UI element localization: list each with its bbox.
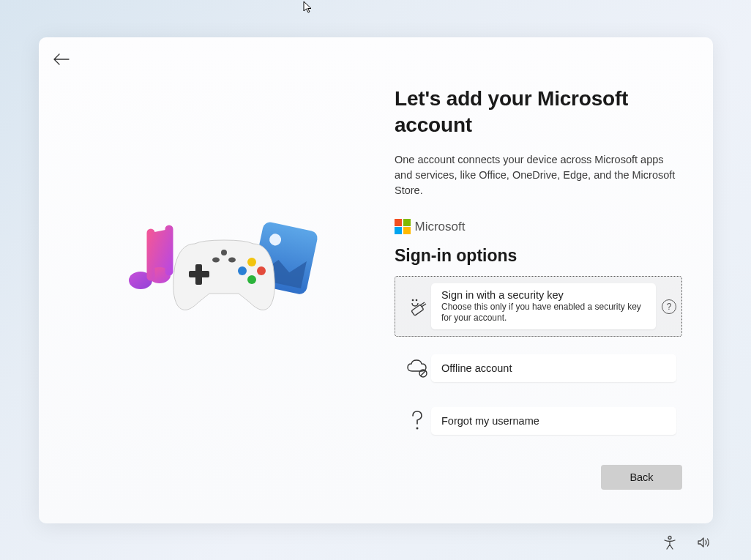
svg-point-7 — [257, 266, 266, 275]
illustration-pane — [39, 37, 395, 523]
option-security-key[interactable]: Sign in with a security key Choose this … — [395, 276, 682, 337]
svg-point-14 — [416, 299, 418, 302]
accessibility-icon[interactable] — [662, 535, 677, 553]
back-arrow-button[interactable] — [53, 53, 70, 68]
option-subtitle: Choose this only if you have enabled a s… — [441, 302, 646, 324]
page-title: Let's add your Microsoft account — [395, 86, 682, 139]
oobe-card: Let's add your Microsoft account One acc… — [39, 37, 713, 523]
content-pane: Let's add your Microsoft account One acc… — [395, 37, 713, 523]
svg-point-11 — [228, 258, 236, 263]
option-forgot-username-content[interactable]: Forgot my username — [431, 407, 676, 435]
back-button[interactable]: Back — [601, 465, 682, 490]
svg-point-10 — [212, 258, 220, 263]
svg-point-9 — [247, 275, 256, 284]
option-title: Offline account — [441, 362, 666, 374]
option-offline-account[interactable]: Offline account — [395, 347, 682, 389]
cloud-offline-icon — [403, 359, 431, 378]
svg-point-21 — [668, 537, 671, 540]
volume-icon[interactable] — [696, 535, 711, 553]
cursor-pointer-icon — [303, 1, 313, 17]
option-title: Sign in with a security key — [441, 289, 646, 301]
option-title: Forgot my username — [441, 415, 666, 427]
system-tray — [662, 535, 711, 553]
svg-point-8 — [238, 266, 247, 275]
security-key-icon — [403, 296, 431, 318]
svg-point-6 — [247, 258, 256, 266]
option-security-key-content[interactable]: Sign in with a security key Choose this … — [431, 283, 656, 329]
microsoft-logo-text: Microsoft — [415, 220, 466, 234]
signin-options-heading: Sign-in options — [395, 246, 682, 266]
svg-rect-5 — [189, 271, 209, 277]
page-subtitle: One account connects your device across … — [395, 152, 682, 198]
option-forgot-username[interactable]: Forgot my username — [395, 400, 682, 442]
footer-buttons: Back — [601, 465, 682, 490]
microsoft-logo: Microsoft — [395, 219, 682, 235]
svg-point-13 — [412, 299, 414, 302]
svg-point-12 — [221, 250, 227, 255]
help-icon[interactable]: ? — [662, 299, 676, 314]
svg-point-20 — [416, 428, 419, 430]
option-offline-account-content[interactable]: Offline account — [431, 354, 676, 382]
entertainment-illustration — [114, 214, 319, 346]
question-icon — [403, 410, 431, 432]
microsoft-logo-icon — [395, 219, 411, 235]
